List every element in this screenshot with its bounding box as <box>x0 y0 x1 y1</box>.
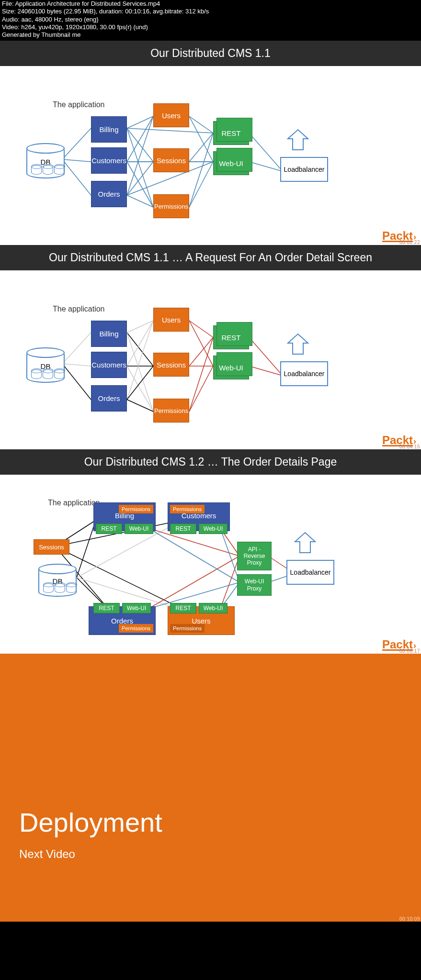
svg-line-3 <box>127 116 153 128</box>
svg-line-29 <box>127 321 153 366</box>
segment-3-timestamp: 00:06:17 <box>399 648 420 654</box>
node-users: Users <box>153 308 189 332</box>
svg-line-0 <box>62 128 91 159</box>
node-webui: Web-UI <box>213 356 249 379</box>
segment-2-title: Our Distributed CMS 1.1 … A Request For … <box>0 245 421 270</box>
segment-4-subtitle: Next Video <box>19 847 75 861</box>
node-loadbalancer: Loadbalancer <box>280 361 328 386</box>
tag-rest: REST <box>93 603 120 613</box>
node-users-label: Users <box>192 617 210 625</box>
node-permissions: Permissions <box>153 399 189 423</box>
segment-2-diagram: The application DB Billing Customers Ord… <box>0 270 421 449</box>
node-api-proxy: API - Reverse Proxy <box>237 542 272 570</box>
svg-line-12 <box>189 116 213 133</box>
svg-line-21 <box>249 133 283 171</box>
segment-4: Deployment Next Video 00:10:09 <box>0 654 421 922</box>
tag-permissions: Permissions <box>170 505 205 513</box>
node-rest: REST <box>213 325 249 349</box>
node-billing: Billing <box>91 321 127 347</box>
svg-line-40 <box>189 366 213 412</box>
tag-webui: Web-UI <box>122 603 151 613</box>
svg-line-37 <box>189 337 213 366</box>
node-rest: REST <box>213 121 249 145</box>
svg-line-25 <box>62 364 91 400</box>
file-meta-block: File: Application Architecture for Distr… <box>0 0 421 41</box>
tag-webui: Web-UI <box>199 523 228 534</box>
tag-rest: REST <box>170 603 196 613</box>
svg-line-54 <box>220 556 239 609</box>
node-orders-label: Orders <box>111 617 133 625</box>
node-sessions: Sessions <box>153 353 189 377</box>
svg-line-53 <box>148 556 239 609</box>
svg-line-2 <box>62 159 91 195</box>
svg-line-1 <box>62 159 91 162</box>
segment-1-title: Our Distributed CMS 1.1 <box>0 41 421 66</box>
svg-line-39 <box>189 337 213 412</box>
segment-4-title: Deployment <box>19 807 162 838</box>
node-permissions: Permissions <box>153 194 189 218</box>
segment-3-title: Our Distributed CMS 1.2 … The Order Deta… <box>0 449 421 475</box>
segment-4-timestamp: 00:10:09 <box>399 916 420 922</box>
db-cylinder: DB <box>26 145 65 178</box>
tag-rest: REST <box>170 523 196 534</box>
segment-2-timestamp: 00:04:15 <box>399 444 420 449</box>
svg-line-17 <box>189 162 213 207</box>
svg-line-47 <box>77 520 96 578</box>
svg-line-14 <box>189 133 213 162</box>
segment-2: Our Distributed CMS 1.1 … A Request For … <box>0 245 421 449</box>
svg-line-35 <box>189 321 213 337</box>
segment-3: Our Distributed CMS 1.2 … The Order Deta… <box>0 449 421 654</box>
meta-file: File: Application Architecture for Distr… <box>2 0 419 8</box>
meta-gen: Generated by Thumbnail me <box>2 31 419 39</box>
svg-line-11 <box>127 195 153 207</box>
node-orders: Orders <box>91 385 127 412</box>
svg-line-26 <box>127 321 153 333</box>
svg-line-22 <box>249 162 283 171</box>
tag-permissions: Permissions <box>119 624 153 633</box>
meta-size: Size: 24060100 bytes (22.95 MiB), durati… <box>2 8 419 15</box>
node-sessions: Sessions <box>153 148 189 172</box>
segment-3-diagram: The application Billing Permissions REST… <box>0 475 421 654</box>
svg-line-4 <box>127 128 153 162</box>
meta-audio: Audio: aac, 48000 Hz, stereo (eng) <box>2 16 419 23</box>
svg-line-33 <box>127 366 153 400</box>
tag-permissions: Permissions <box>170 624 205 633</box>
node-customers: Customers <box>91 147 127 174</box>
loadbalancer-arrow-icon <box>285 128 311 155</box>
svg-line-28 <box>127 333 153 412</box>
svg-line-27 <box>127 333 153 366</box>
tag-webui: Web-UI <box>199 603 228 613</box>
node-customers: Customers <box>91 352 127 378</box>
svg-line-23 <box>62 333 91 364</box>
svg-line-41 <box>249 337 283 376</box>
svg-line-42 <box>249 366 283 376</box>
node-webui: Web-UI <box>213 151 249 175</box>
db-cylinder: DB <box>38 566 77 597</box>
svg-line-18 <box>127 128 213 133</box>
svg-line-55 <box>148 528 239 582</box>
node-billing: Billing <box>91 116 127 143</box>
svg-line-31 <box>127 366 153 412</box>
app-label: The application <box>53 100 105 109</box>
tag-webui: Web-UI <box>125 523 153 534</box>
svg-line-16 <box>189 133 213 207</box>
svg-line-32 <box>127 321 153 400</box>
app-label: The application <box>48 499 100 507</box>
app-label: The application <box>53 305 105 313</box>
node-webui-proxy: Web-UI Proxy <box>237 574 272 596</box>
svg-line-34 <box>127 400 153 412</box>
loadbalancer-arrow-icon <box>285 333 311 359</box>
db-cylinder: DB <box>26 349 65 383</box>
node-orders: Orders <box>91 181 127 207</box>
svg-line-9 <box>127 116 153 195</box>
segment-1-diagram: The application DB Billing Customers Ord… <box>0 66 421 245</box>
svg-line-10 <box>127 162 153 195</box>
node-loadbalancer: Loadbalancer <box>286 560 334 585</box>
svg-line-8 <box>127 162 153 207</box>
svg-line-5 <box>127 128 153 207</box>
loadbalancer-arrow-icon <box>292 531 319 557</box>
svg-line-56 <box>220 528 239 582</box>
segment-1-timestamp: 00:02:22 <box>399 240 420 245</box>
svg-line-24 <box>62 364 91 366</box>
tag-rest: REST <box>96 523 122 534</box>
